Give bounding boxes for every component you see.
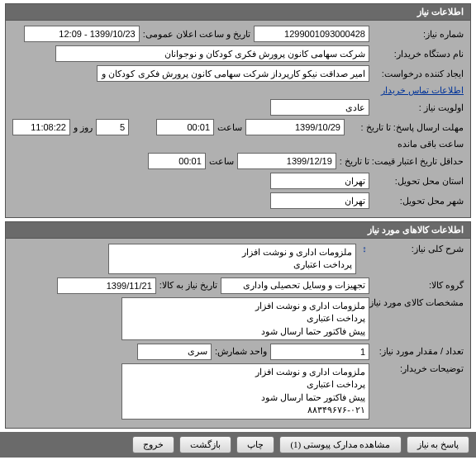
label-reply-deadline: مهلت ارسال پاسخ: تا تاریخ : <box>348 122 464 133</box>
label-goods-group: گروه کالا: <box>373 280 464 291</box>
label-qty: تعداد / مقدار مورد نیاز: <box>373 346 464 357</box>
attachments-button[interactable]: مشاهده مدارک پیوستی (1) <box>279 436 401 453</box>
expand-icon[interactable]: ↕ <box>359 244 369 254</box>
field-credit-until-time[interactable] <box>148 153 206 169</box>
label-buyer-notes: توضیحات خریدار: <box>373 363 464 374</box>
button-bar: پاسخ به نیاز مشاهده مدارک پیوستی (1) چاپ… <box>0 432 476 458</box>
label-need-by-date: تاریخ نیاز به کالا: <box>159 280 217 291</box>
field-reply-deadline-time[interactable] <box>156 119 214 135</box>
need-info-box: اطلاعات نیاز شماره نیاز: تاریخ و ساعت اع… <box>5 3 471 218</box>
label-announce-datetime: تاریخ و ساعت اعلان عمومی: <box>143 29 250 40</box>
need-info-title: اطلاعات نیاز <box>6 4 470 21</box>
respond-button[interactable]: پاسخ به نیاز <box>407 436 470 453</box>
label-time-2: ساعت <box>209 156 234 167</box>
link-buyer-contact[interactable]: اطلاعات تماس خریدار <box>381 85 464 96</box>
label-priority: اولویت نیاز : <box>373 102 464 113</box>
label-remaining: ساعت باقی مانده <box>397 139 464 149</box>
field-buyer-notes[interactable] <box>121 363 369 420</box>
exit-button[interactable]: خروج <box>132 436 174 453</box>
label-buyer-org: نام دستگاه خریدار: <box>373 49 464 59</box>
label-city: شهر محل تحویل: <box>373 196 464 206</box>
field-remaining-days[interactable] <box>96 119 129 135</box>
label-time-1: ساعت <box>217 122 242 133</box>
field-goods-spec[interactable] <box>121 297 369 340</box>
label-min-credit: حداقل تاریخ اعتبار قیمت: <box>373 156 464 167</box>
field-general-desc[interactable] <box>108 244 356 274</box>
field-request-creator[interactable] <box>97 65 369 82</box>
field-announce-datetime[interactable] <box>24 26 140 42</box>
field-goods-group[interactable] <box>221 277 369 294</box>
label-general-desc: شرح کلی نیاز: <box>373 244 464 254</box>
field-unit[interactable] <box>137 344 212 360</box>
goods-info-box: اطلاعات کالاهای مورد نیاز شرح کلی نیاز: … <box>5 221 471 429</box>
label-unit: واحد شمارش: <box>215 346 267 357</box>
goods-info-body: شرح کلی نیاز: ↕ گروه کالا: تاریخ نیاز به… <box>6 239 470 428</box>
back-button[interactable]: بازگشت <box>179 436 231 453</box>
field-reply-deadline-date[interactable] <box>245 119 345 135</box>
field-province[interactable] <box>270 173 369 189</box>
field-buyer-org[interactable] <box>55 45 369 62</box>
goods-info-title: اطلاعات کالاهای مورد نیاز <box>6 222 470 239</box>
field-remaining-time[interactable] <box>12 119 70 135</box>
label-day-and: روز و <box>74 122 93 133</box>
label-need-number: شماره نیاز: <box>373 29 464 40</box>
label-goods-spec: مشخصات کالای مورد نیاز: <box>373 297 464 308</box>
field-city[interactable] <box>270 192 369 209</box>
field-need-number[interactable] <box>254 26 369 42</box>
field-credit-until-date[interactable] <box>237 153 336 169</box>
label-request-creator: ایجاد کننده درخواست: <box>373 69 464 79</box>
label-until-date: تا تاریخ : <box>340 156 369 167</box>
label-province: استان محل تحویل: <box>373 176 464 187</box>
field-priority[interactable] <box>270 99 369 116</box>
field-qty[interactable] <box>270 344 369 360</box>
need-info-body: شماره نیاز: تاریخ و ساعت اعلان عمومی: نا… <box>6 21 470 217</box>
print-button[interactable]: چاپ <box>236 436 274 453</box>
field-need-by-date[interactable] <box>57 277 156 294</box>
